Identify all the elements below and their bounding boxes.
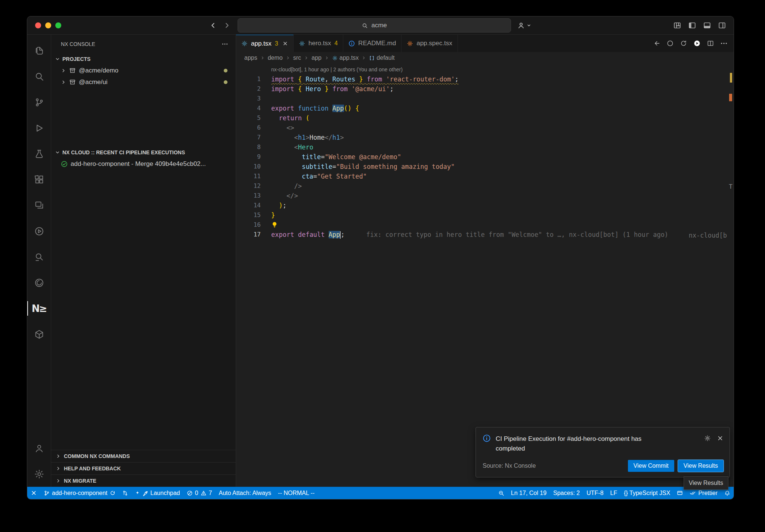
code-line[interactable]: 8 <Hero (236, 142, 734, 152)
zoom-window-button[interactable] (55, 22, 61, 28)
tab-app-spec-tsx[interactable]: app.spec.tsx (402, 35, 458, 52)
code-line[interactable]: 7 <h1>Home</h1> (236, 133, 734, 142)
navigate-back-editor-icon[interactable] (653, 40, 660, 47)
search-editor-icon[interactable] (27, 244, 51, 270)
breadcrumb-item[interactable]: app (312, 55, 322, 61)
run-file-icon[interactable] (693, 40, 701, 47)
breadcrumb-item[interactable]: apps (244, 55, 257, 61)
code-line[interactable]: 1import { Route, Routes } from 'react-ro… (236, 74, 734, 84)
encoding-status[interactable]: UTF-8 (583, 487, 607, 499)
accounts-icon[interactable] (27, 435, 51, 461)
command-center-search[interactable]: acme (238, 18, 511, 33)
code-line[interactable]: 12 /> (236, 181, 734, 191)
play-circle-icon[interactable] (27, 218, 51, 244)
run-debug-icon[interactable] (27, 115, 51, 141)
eol-status[interactable]: LF (607, 487, 621, 499)
view-commit-button[interactable]: View Commit (628, 460, 674, 472)
extensions-icon[interactable] (27, 167, 51, 192)
settings-gear-icon[interactable] (27, 461, 51, 487)
remote-indicator[interactable] (27, 487, 40, 499)
search-icon (362, 22, 368, 29)
nx-console-icon[interactable]: N≥ (27, 296, 51, 321)
code-line[interactable]: 9 title="Welcome @acme/demo" (236, 152, 734, 162)
code-line[interactable]: 11 cta="Get Started" (236, 171, 734, 181)
breadcrumb-item[interactable]: demo (268, 55, 283, 61)
swirl-logo-icon[interactable] (27, 270, 51, 296)
code-line[interactable]: 14 ); (236, 201, 734, 210)
toggle-secondary-sidebar-icon[interactable] (718, 21, 726, 30)
toggle-panel-icon[interactable] (703, 21, 711, 30)
tab-readme-md[interactable]: README.md (343, 35, 402, 52)
indentation-status[interactable]: Spaces: 2 (550, 487, 583, 499)
minimize-window-button[interactable] (45, 22, 51, 28)
launchpad-status[interactable]: Launchpad (131, 487, 183, 499)
vscode-window: acme N≥ (27, 16, 734, 499)
circle-outline-icon[interactable] (666, 40, 674, 47)
remote-explorer-icon[interactable] (27, 192, 51, 218)
toggle-primary-sidebar-icon[interactable] (688, 21, 696, 30)
code-editor[interactable]: nx-cloud[bot], 1 hour ago | 2 authors (Y… (236, 64, 734, 487)
pipeline-execution-item[interactable]: add-hero-component - Merge 409b4e4e5cb02… (51, 158, 236, 170)
codelens-blame[interactable]: nx-cloud[bot], 1 hour ago | 2 authors (Y… (271, 64, 734, 74)
code-line[interactable]: 4export function App() { (236, 103, 734, 113)
project-item-acme-demo[interactable]: @acme/demo (51, 65, 236, 76)
error-count: 0 (195, 490, 198, 497)
tab-app-tsx[interactable]: app.tsx 3 (236, 35, 294, 52)
tab-hero-tsx[interactable]: hero.tsx 4 (294, 35, 343, 52)
close-window-button[interactable] (35, 22, 41, 28)
code-line[interactable]: 16 (236, 220, 734, 230)
tab-label: README.md (358, 40, 396, 47)
vim-mode-status[interactable]: -- NORMAL -- (275, 487, 318, 499)
section-common-nx-commands[interactable]: COMMON NX COMMANDS (51, 450, 236, 462)
info-file-icon (349, 40, 355, 47)
overview-ruler[interactable]: T (727, 64, 734, 487)
split-editor-icon[interactable] (707, 40, 714, 47)
code-line[interactable]: 3 (236, 94, 734, 103)
problems-status[interactable]: 0 7 (183, 487, 216, 499)
tsx-file-icon (299, 40, 305, 47)
section-label: NX MIGRATE (64, 478, 96, 484)
project-item-acme-ui[interactable]: @acme/ui (51, 76, 236, 88)
source-control-icon[interactable] (27, 89, 51, 115)
git-branch-status[interactable]: add-hero-component (40, 487, 119, 499)
zoom-status[interactable] (495, 487, 508, 499)
testing-icon[interactable] (27, 141, 51, 167)
breadcrumb-item-symbol[interactable]: default (369, 55, 394, 61)
breadcrumb-item[interactable]: src (293, 55, 301, 61)
notification-close-icon[interactable] (717, 435, 724, 442)
code-line[interactable]: 10 subtitle="Build something amazing tod… (236, 162, 734, 171)
explorer-icon[interactable] (27, 38, 51, 64)
section-nx-migrate[interactable]: NX MIGRATE (51, 474, 236, 487)
navigate-forward-icon[interactable] (223, 21, 231, 30)
breadcrumb-item-file[interactable]: app.tsx (332, 55, 359, 61)
package-explorer-icon[interactable] (27, 321, 51, 347)
account-menu[interactable] (517, 21, 531, 30)
section-nx-cloud[interactable]: NX CLOUD :: RECENT CI PIPELINE EXECUTION… (51, 147, 236, 158)
customize-layout-icon[interactable] (673, 21, 681, 30)
auto-attach-status[interactable]: Auto Attach: Always (216, 487, 275, 499)
navigate-back-icon[interactable] (209, 21, 217, 30)
view-results-button[interactable]: View Results (678, 460, 724, 472)
language-mode-status[interactable]: {} TypeScript JSX (620, 487, 673, 499)
spec-file-icon (407, 40, 413, 47)
close-tab-icon[interactable] (282, 41, 288, 46)
more-actions-icon[interactable] (222, 41, 228, 47)
browser-icon (677, 490, 683, 496)
line-number: 12 (236, 181, 261, 191)
code-line[interactable]: 5 return ( (236, 113, 734, 123)
section-projects[interactable]: PROJECTS (51, 53, 236, 65)
cursor-position-status[interactable]: Ln 17, Col 19 (508, 487, 550, 499)
lightbulb-icon[interactable] (271, 220, 278, 230)
code-line[interactable]: 15} (236, 210, 734, 220)
section-help-and-feedback[interactable]: HELP AND FEEDBACK (51, 462, 236, 474)
notification-settings-gear-icon[interactable] (704, 435, 711, 442)
code-line[interactable]: 2import { Hero } from '@acme/ui'; (236, 84, 734, 94)
search-sidebar-icon[interactable] (27, 64, 51, 89)
code-line[interactable]: 17export default App;fix: correct typo i… (236, 230, 734, 239)
code-line[interactable]: 13 </> (236, 191, 734, 201)
editor-more-actions-icon[interactable] (720, 40, 728, 47)
code-line[interactable]: 6 <> (236, 123, 734, 133)
git-compare-status[interactable] (119, 487, 131, 499)
refresh-circle-icon[interactable] (680, 40, 687, 47)
chevron-down-icon (527, 23, 531, 28)
